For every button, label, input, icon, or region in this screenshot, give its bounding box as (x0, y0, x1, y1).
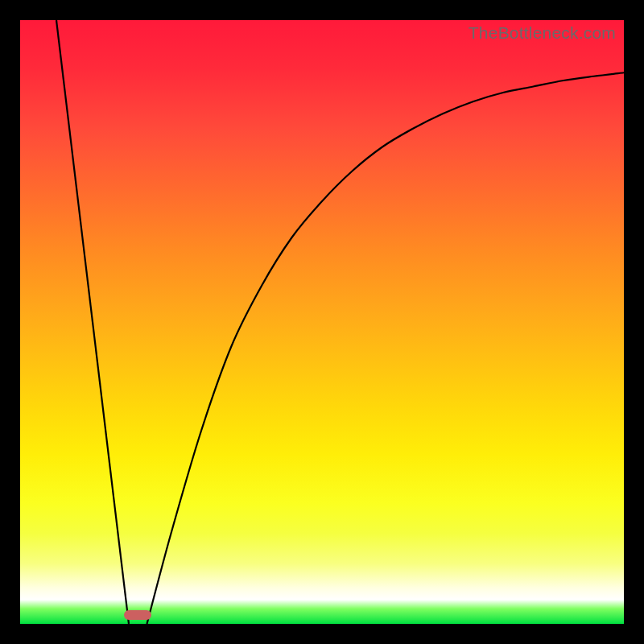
bottleneck-curve (20, 20, 624, 624)
curve-left-segment (56, 20, 129, 624)
chart-plot-area: TheBottleneck.com (20, 20, 624, 624)
curve-right-segment (147, 72, 625, 624)
optimal-marker (124, 610, 151, 620)
